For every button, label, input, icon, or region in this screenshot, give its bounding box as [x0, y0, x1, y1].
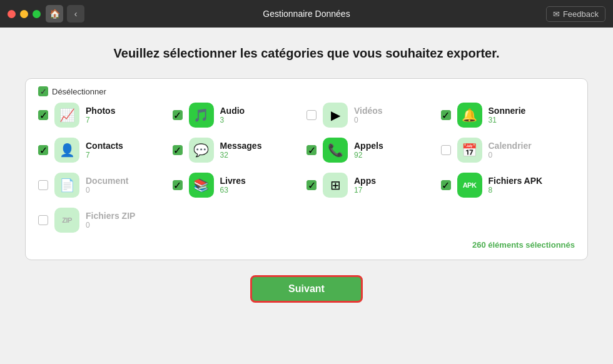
calendrier-icon: 📅	[457, 138, 482, 163]
document-count: 0	[86, 186, 128, 195]
messages-count: 32	[220, 151, 262, 159]
fichiers-zip-name: Fichiers ZIP	[86, 211, 135, 221]
calendrier-count: 0	[489, 151, 532, 159]
document-icon: 📄	[54, 173, 79, 198]
feedback-label: Feedback	[563, 9, 599, 19]
maximize-button[interactable]	[33, 10, 41, 18]
audio-icon: 🎵	[189, 103, 214, 128]
checkbox-calendrier[interactable]	[441, 145, 451, 155]
category-item-fichiers-zip[interactable]: ZIPFichiers ZIP0	[38, 208, 173, 233]
messages-info: Messages32	[220, 141, 262, 159]
page-heading: Veuillez sélectionner les catégories que…	[25, 46, 588, 61]
category-item-photos[interactable]: ✓📈Photos7	[38, 103, 173, 128]
summary-label: éléments sélectionnés	[488, 240, 575, 250]
sonnerie-info: Sonnerie31	[489, 106, 526, 124]
checkbox-document[interactable]	[38, 180, 48, 190]
category-item-contacts[interactable]: ✓👤Contacts7	[38, 138, 173, 163]
checkbox-livres[interactable]: ✓	[173, 180, 183, 190]
appels-name: Appels	[354, 141, 383, 151]
checkbox-appels[interactable]: ✓	[306, 145, 317, 155]
sonnerie-icon: 🔔	[457, 103, 482, 128]
close-button[interactable]	[8, 10, 16, 18]
home-button[interactable]: 🏠	[46, 5, 63, 23]
photos-info: Photos7	[86, 106, 115, 124]
messages-name: Messages	[220, 141, 262, 151]
category-item-sonnerie[interactable]: ✓🔔Sonnerie31	[441, 103, 575, 128]
feedback-button[interactable]: ✉ Feedback	[546, 6, 605, 22]
calendrier-info: Calendrier0	[489, 141, 532, 159]
audio-info: Audio3	[220, 106, 245, 124]
category-item-livres[interactable]: ✓📚Livres63	[173, 173, 307, 198]
deselect-all-row[interactable]: ✓ Désélectionner	[38, 86, 575, 96]
contacts-name: Contacts	[86, 141, 123, 151]
checkbox-apps[interactable]: ✓	[306, 180, 317, 190]
main-content: Veuillez sélectionner les catégories que…	[0, 28, 613, 315]
contacts-info: Contacts7	[86, 141, 123, 159]
videos-name: Vidéos	[354, 106, 383, 116]
sonnerie-name: Sonnerie	[489, 106, 526, 116]
calendrier-name: Calendrier	[489, 141, 532, 151]
categories-grid: ✓📈Photos7✓🎵Audio3▶Vidéos0✓🔔Sonnerie31✓👤C…	[38, 103, 575, 233]
checkbox-fichiers-zip[interactable]	[38, 215, 48, 225]
videos-icon: ▶	[323, 103, 348, 128]
category-item-document[interactable]: 📄Document0	[38, 173, 173, 198]
audio-count: 3	[220, 116, 245, 124]
audio-name: Audio	[220, 106, 245, 116]
fichiers-apk-count: 8	[489, 186, 543, 195]
category-item-calendrier[interactable]: 📅Calendrier0	[441, 138, 575, 163]
checkbox-messages[interactable]: ✓	[173, 145, 183, 155]
sonnerie-count: 31	[489, 116, 526, 124]
checkbox-audio[interactable]: ✓	[173, 110, 183, 120]
category-item-appels[interactable]: ✓📞Appels92	[306, 138, 441, 163]
window-controls[interactable]	[8, 10, 41, 18]
videos-count: 0	[354, 116, 383, 124]
apps-info: Apps17	[354, 176, 376, 195]
back-button[interactable]: ‹	[67, 5, 84, 23]
document-info: Document0	[86, 176, 128, 195]
checkbox-sonnerie[interactable]: ✓	[441, 110, 451, 120]
category-item-audio[interactable]: ✓🎵Audio3	[173, 103, 307, 128]
category-item-fichiers-apk[interactable]: ✓APKFichiers APK8	[441, 173, 575, 198]
photos-count: 7	[86, 116, 115, 124]
suivant-button[interactable]: Suivant	[250, 275, 363, 303]
livres-icon: 📚	[189, 173, 214, 198]
titlebar: 🏠 ‹ Gestionnaire Données ✉ Feedback	[0, 0, 613, 28]
fichiers-zip-count: 0	[86, 221, 135, 230]
deselect-all-label: Désélectionner	[52, 87, 106, 96]
deselect-all-checkbox[interactable]: ✓	[38, 86, 48, 96]
appels-count: 92	[354, 151, 383, 159]
appels-info: Appels92	[354, 141, 383, 159]
nav-buttons: 🏠 ‹	[46, 5, 84, 23]
checkbox-contacts[interactable]: ✓	[38, 145, 48, 155]
contacts-count: 7	[86, 151, 123, 159]
messages-icon: 💬	[189, 138, 214, 163]
checkbox-videos[interactable]	[306, 110, 317, 120]
fichiers-apk-icon: APK	[457, 173, 482, 198]
category-item-apps[interactable]: ✓⊞Apps17	[306, 173, 441, 198]
fichiers-zip-info: Fichiers ZIP0	[86, 211, 135, 230]
fichiers-apk-name: Fichiers APK	[489, 176, 543, 186]
category-item-messages[interactable]: ✓💬Messages32	[173, 138, 307, 163]
livres-name: Livres	[220, 176, 246, 186]
fichiers-apk-info: Fichiers APK8	[489, 176, 543, 195]
fichiers-zip-icon: ZIP	[54, 208, 79, 233]
document-name: Document	[86, 176, 128, 186]
appels-icon: 📞	[323, 138, 348, 163]
photos-icon: 📈	[54, 103, 79, 128]
summary-count: 260	[472, 240, 486, 250]
mail-icon: ✉	[553, 9, 560, 19]
minimize-button[interactable]	[20, 10, 28, 18]
summary-row: 260 éléments sélectionnés	[38, 240, 575, 250]
apps-count: 17	[354, 186, 376, 195]
livres-count: 63	[220, 186, 246, 195]
checkbox-fichiers-apk[interactable]: ✓	[441, 180, 451, 190]
videos-info: Vidéos0	[354, 106, 383, 124]
contacts-icon: 👤	[54, 138, 79, 163]
checkbox-photos[interactable]: ✓	[38, 110, 48, 120]
livres-info: Livres63	[220, 176, 246, 195]
apps-name: Apps	[354, 176, 376, 186]
window-title: Gestionnaire Données	[263, 9, 350, 19]
category-item-videos[interactable]: ▶Vidéos0	[306, 103, 441, 128]
apps-icon: ⊞	[323, 173, 348, 198]
button-row: Suivant	[25, 275, 588, 303]
